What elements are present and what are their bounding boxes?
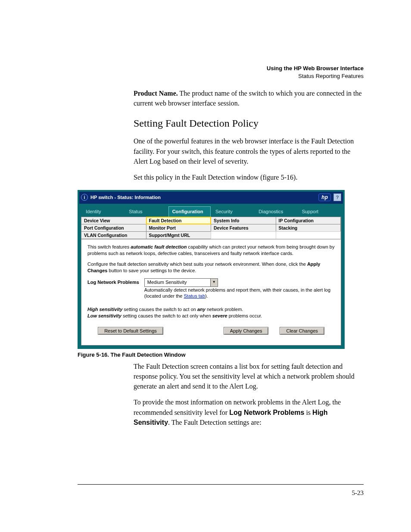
lead-phrase: Product Name. bbox=[134, 90, 178, 97]
sensitivity-dropdown[interactable]: Medium Sensitivity ▼ bbox=[144, 278, 218, 287]
figure-caption: Figure 5-16. The Fault Detection Window bbox=[78, 352, 345, 358]
subtab-ip-configuration[interactable]: IP Configuration bbox=[276, 217, 341, 224]
tab-diagnostics[interactable]: Diagnostics bbox=[255, 206, 297, 217]
subtab-grid: Device View Fault Detection System Info … bbox=[81, 217, 341, 240]
subtab-monitor-port[interactable]: Monitor Port bbox=[146, 224, 212, 232]
field-label: Log Network Problems bbox=[87, 279, 139, 286]
note-high-sensitivity: High sensitivity setting causes the swit… bbox=[87, 306, 335, 319]
reset-defaults-button[interactable]: Reset to Default Settings bbox=[98, 327, 163, 335]
body-paragraph-2: Configure the fault detection sensitivit… bbox=[87, 261, 335, 274]
subtab-stacking[interactable]: Stacking bbox=[276, 224, 341, 232]
section-heading: Setting Fault Detection Policy bbox=[134, 118, 364, 129]
apply-changes-button[interactable]: Apply Changes bbox=[224, 327, 269, 335]
page-number: 5-23 bbox=[352, 489, 364, 497]
body-paragraph-1: This switch features automatic fault det… bbox=[87, 244, 335, 257]
tab-support[interactable]: Support bbox=[298, 206, 340, 217]
subtab-device-view[interactable]: Device View bbox=[81, 217, 146, 224]
subtab-vlan-configuration[interactable]: VLAN Configuration bbox=[81, 231, 146, 239]
window-title: HP switch - Status: Information bbox=[90, 195, 161, 200]
paragraph-after-figure-2: To provide the most information on netwo… bbox=[134, 397, 364, 427]
dropdown-value: Medium Sensitivity bbox=[145, 279, 210, 286]
subtab-empty bbox=[276, 231, 341, 239]
content-panel: Device View Fault Detection System Info … bbox=[81, 217, 341, 345]
status-tab-link[interactable]: Status tab bbox=[184, 293, 206, 299]
field-log-network-problems: Log Network Problems Medium Sensitivity … bbox=[87, 278, 335, 304]
subtab-port-configuration[interactable]: Port Configuration bbox=[81, 224, 146, 232]
tab-identity[interactable]: Identity bbox=[82, 206, 124, 217]
paragraph-product-name: Product Name. The product name of the sw… bbox=[134, 88, 364, 108]
paragraph-set-policy: Set this policy in the Fault Detection w… bbox=[134, 172, 364, 182]
hp-logo-icon: hp bbox=[318, 193, 331, 201]
window-titlebar: i HP switch - Status: Information hp ? bbox=[79, 192, 343, 204]
help-button[interactable]: ? bbox=[333, 193, 341, 201]
subtab-device-features[interactable]: Device Features bbox=[211, 224, 276, 232]
pane-body: This switch features automatic fault det… bbox=[81, 240, 341, 345]
screenshot-window: i HP switch - Status: Information hp ? I… bbox=[78, 190, 345, 349]
running-head-title: Using the HP Web Browser Interface bbox=[267, 65, 364, 72]
paragraph-after-figure-1: The Fault Detection screen contains a li… bbox=[134, 361, 364, 392]
tab-status[interactable]: Status bbox=[125, 206, 167, 217]
paragraph-intro: One of the powerful features in the web … bbox=[134, 136, 364, 166]
running-head: Using the HP Web Browser Interface Statu… bbox=[267, 65, 364, 80]
figure-fault-detection: i HP switch - Status: Information hp ? I… bbox=[78, 190, 345, 358]
subtab-fault-detection[interactable]: Fault Detection bbox=[146, 217, 212, 224]
clear-changes-button[interactable]: Clear Changes bbox=[280, 327, 324, 335]
helper-text: Automatically detect network problems an… bbox=[144, 287, 335, 300]
subtab-system-info[interactable]: System Info bbox=[211, 217, 276, 224]
info-icon: i bbox=[81, 194, 88, 201]
button-row: Reset to Default Settings Apply Changes … bbox=[87, 327, 335, 335]
footer-rule bbox=[78, 484, 364, 485]
main-tab-bar: Identity Status Configuration Security D… bbox=[79, 204, 343, 217]
subtab-support-mgmt-url[interactable]: Support/Mgmt URL bbox=[146, 231, 212, 239]
tab-configuration[interactable]: Configuration bbox=[168, 206, 211, 217]
chevron-down-icon[interactable]: ▼ bbox=[210, 279, 218, 286]
running-head-subtitle: Status Reporting Features bbox=[267, 72, 364, 80]
tab-security[interactable]: Security bbox=[212, 206, 254, 217]
subtab-empty bbox=[211, 231, 276, 239]
